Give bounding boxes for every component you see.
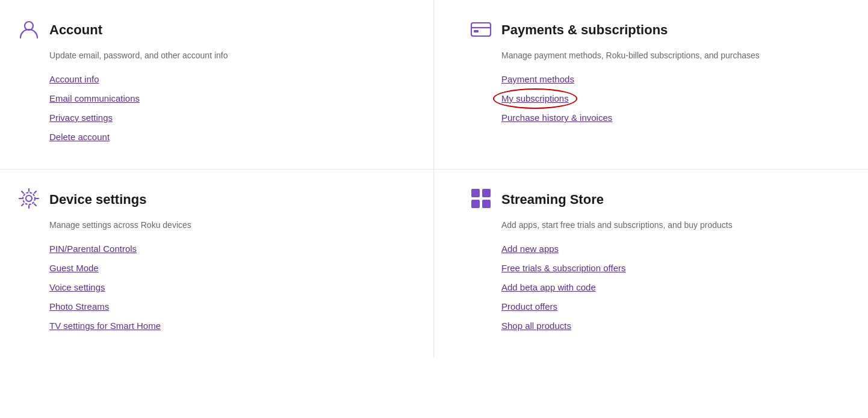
account-links-list: Account info Email communications Privac… — [18, 74, 415, 143]
payments-description: Manage payment methods, Roku-billed subs… — [470, 49, 850, 62]
list-item: Delete account — [49, 132, 415, 143]
account-section-header: Account — [18, 18, 415, 42]
my-subscriptions-link[interactable]: My subscriptions — [501, 93, 569, 103]
payments-title: Payments & subscriptions — [501, 22, 668, 38]
add-new-apps-link[interactable]: Add new apps — [501, 244, 559, 254]
svg-rect-3 — [474, 30, 479, 32]
delete-account-link[interactable]: Delete account — [49, 132, 110, 142]
list-item: Purchase history & invoices — [501, 112, 850, 123]
list-item: Shop all products — [501, 321, 850, 331]
device-title: Device settings — [49, 192, 146, 207]
list-item: Voice settings — [49, 282, 415, 293]
photo-streams-link[interactable]: Photo Streams — [49, 301, 109, 312]
payments-section-header: Payments & subscriptions — [470, 18, 850, 42]
svg-rect-9 — [482, 200, 491, 208]
device-section: Device settings Manage settings across R… — [0, 170, 434, 358]
svg-point-5 — [23, 192, 35, 204]
payment-methods-link[interactable]: Payment methods — [501, 74, 574, 84]
svg-rect-8 — [471, 200, 480, 208]
list-item: Guest Mode — [49, 263, 415, 274]
guest-mode-link[interactable]: Guest Mode — [49, 263, 99, 273]
privacy-settings-link[interactable]: Privacy settings — [49, 112, 113, 123]
device-links-list: PIN/Parental Controls Guest Mode Voice s… — [18, 244, 415, 331]
device-description: Manage settings across Roku devices — [18, 219, 415, 232]
svg-point-4 — [26, 195, 32, 201]
free-trials-link[interactable]: Free trials & subscription offers — [501, 263, 625, 273]
email-communications-link[interactable]: Email communications — [49, 93, 140, 103]
svg-rect-6 — [471, 189, 480, 197]
list-item: Payment methods — [501, 74, 850, 85]
voice-settings-link[interactable]: Voice settings — [49, 282, 105, 292]
account-section: Account Update email, password, and othe… — [0, 0, 434, 170]
list-item: PIN/Parental Controls — [49, 244, 415, 254]
list-item: My subscriptions — [501, 93, 850, 104]
list-item: Free trials & subscription offers — [501, 263, 850, 274]
gear-icon — [18, 188, 40, 212]
payments-links-list: Payment methods My subscriptions Purchas… — [470, 74, 850, 123]
device-section-header: Device settings — [18, 188, 415, 212]
credit-card-icon — [470, 18, 492, 42]
my-subscriptions-highlight: My subscriptions — [501, 93, 569, 104]
account-title: Account — [49, 22, 102, 38]
grid-icon — [470, 188, 492, 212]
list-item: Add beta app with code — [501, 282, 850, 293]
svg-rect-1 — [471, 23, 491, 36]
list-item: Add new apps — [501, 244, 850, 254]
shop-all-products-link[interactable]: Shop all products — [501, 321, 571, 331]
pin-parental-controls-link[interactable]: PIN/Parental Controls — [49, 244, 137, 254]
list-item: TV settings for Smart Home — [49, 321, 415, 331]
account-description: Update email, password, and other accoun… — [18, 49, 415, 62]
streaming-description: Add apps, start free trials and subscrip… — [470, 219, 850, 232]
list-item: Photo Streams — [49, 301, 415, 312]
streaming-section: Streaming Store Add apps, start free tri… — [434, 170, 868, 358]
list-item: Privacy settings — [49, 112, 415, 123]
svg-rect-7 — [482, 189, 491, 197]
account-icon — [18, 18, 40, 42]
tv-settings-smart-home-link[interactable]: TV settings for Smart Home — [49, 321, 161, 331]
streaming-links-list: Add new apps Free trials & subscription … — [470, 244, 850, 331]
streaming-title: Streaming Store — [501, 192, 604, 207]
payments-section: Payments & subscriptions Manage payment … — [434, 0, 868, 170]
list-item: Product offers — [501, 301, 850, 312]
list-item: Account info — [49, 74, 415, 85]
add-beta-app-link[interactable]: Add beta app with code — [501, 282, 596, 292]
purchase-history-link[interactable]: Purchase history & invoices — [501, 112, 612, 123]
account-info-link[interactable]: Account info — [49, 74, 99, 84]
streaming-section-header: Streaming Store — [470, 188, 850, 212]
product-offers-link[interactable]: Product offers — [501, 301, 557, 312]
list-item: Email communications — [49, 93, 415, 104]
